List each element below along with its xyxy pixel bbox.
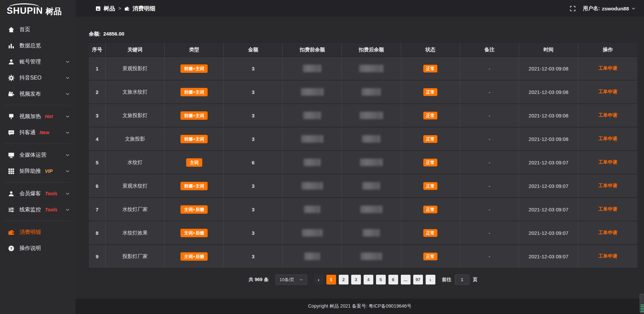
page-button[interactable]: 3 (351, 275, 361, 284)
page-ellipsis-button[interactable]: ... (401, 275, 411, 284)
ticket-request-link[interactable]: 工单申请 (598, 112, 617, 118)
fullscreen-icon[interactable] (570, 6, 576, 11)
user-menu[interactable]: 用户名: zswodun88 (583, 5, 635, 12)
cell-redacted-balance (283, 221, 342, 244)
sidebar-item-label: 操作说明 (19, 245, 41, 252)
column-header: 金额 (224, 43, 283, 56)
column-header: 序号 (89, 43, 106, 56)
sidebar-item[interactable]: ?操作说明 (0, 240, 75, 256)
chevron-down-icon (632, 7, 635, 10)
goto-label: 前往 (442, 277, 451, 283)
cell-redacted-balance (342, 151, 401, 174)
cell-status: 正常 (401, 245, 460, 268)
cell-type: 主词 (165, 151, 224, 174)
sidebar-item[interactable]: 账号管理 (0, 54, 75, 70)
table-row: 2文旅水纹灯前缀+主词3正常-2021-12-03 09:08工单申请 (89, 81, 637, 104)
sidebar-item[interactable]: 首页 (0, 21, 75, 38)
ticket-request-link[interactable]: 工单申请 (598, 159, 617, 165)
redacted-value (304, 206, 320, 213)
cell-status: 正常 (401, 174, 460, 197)
cell-action: 工单申请 (578, 198, 637, 221)
ticket-request-link[interactable]: 工单申请 (598, 136, 617, 142)
breadcrumb-current[interactable]: 消费明细 (124, 5, 155, 12)
floating-widget[interactable] (640, 294, 644, 313)
cell-status: 正常 (401, 127, 460, 150)
ticket-request-link[interactable]: 工单申请 (598, 89, 617, 95)
cell-keyword: 投影灯厂家 (106, 245, 165, 268)
page-size-value: 10条/页 (280, 277, 294, 283)
sidebar-item-label: 线索监控 (19, 206, 41, 213)
ticket-request-link[interactable]: 工单申请 (598, 183, 617, 189)
chevron-down-icon (66, 193, 69, 195)
cell-amount: 3 (224, 57, 283, 80)
sidebar-item[interactable]: 视频发布 (0, 86, 75, 102)
cell-index: 6 (89, 174, 106, 197)
cell-keyword: 文旅投影 (106, 127, 165, 150)
cell-note: - (460, 245, 519, 268)
sidebar-item[interactable]: 视频加热Hot (0, 108, 75, 124)
sidebar-item-label: 视频加热 (19, 113, 41, 120)
page-button[interactable]: 6 (388, 275, 398, 284)
page-size-select[interactable]: 10条/页 (275, 274, 307, 285)
page-button[interactable]: 2 (339, 275, 348, 284)
cell-redacted-balance (283, 81, 342, 103)
cell-time: 2021-12-03 09:07 (519, 221, 578, 244)
cell-type: 前缀+主词 (165, 174, 224, 197)
ticket-request-link[interactable]: 工单申请 (598, 206, 617, 212)
type-badge: 前缀+主词 (180, 111, 208, 120)
redacted-value (359, 65, 383, 72)
cell-note: - (460, 127, 519, 150)
table-row: 3文旅投影灯前缀+主词3正常-2021-12-03 09:08工单申请 (89, 104, 637, 127)
page-button[interactable]: 97 (413, 275, 423, 284)
cell-status: 正常 (401, 57, 460, 80)
sidebar-item[interactable]: 全媒体运营 (0, 147, 75, 163)
ticket-request-link[interactable]: 工单申请 (598, 65, 617, 71)
ticket-request-link[interactable]: 工单申请 (598, 253, 617, 259)
picture-icon (96, 6, 101, 11)
sidebar-item-label: 首页 (19, 26, 30, 33)
cell-index: 3 (89, 104, 106, 127)
sidebar-item[interactable]: 抖客通New (0, 124, 75, 141)
table-row: 1景观投影灯前缀+主词3正常-2021-12-03 09:08工单申请 (89, 57, 637, 81)
cell-action: 工单申请 (578, 81, 637, 103)
cell-index: 5 (89, 151, 106, 174)
column-header: 扣费后余额 (342, 43, 401, 56)
page-button[interactable]: 1 (326, 275, 336, 284)
redacted-value (304, 159, 321, 166)
sidebar-item-badge: New (40, 130, 49, 135)
cell-index: 1 (89, 57, 106, 80)
sidebar-item[interactable]: 矩阵助推VIP (0, 163, 75, 179)
sidebar-item[interactable]: 数据总览 (0, 38, 75, 54)
sidebar-item[interactable]: 线索监控Tools (0, 202, 75, 218)
chevron-down-icon (66, 61, 69, 63)
table-row: 9投影灯厂家主词+后缀3正常-2021-12-03 09:07工单申请 (89, 245, 637, 268)
status-badge: 正常 (423, 206, 437, 213)
status-badge: 正常 (423, 112, 437, 119)
breadcrumb-home[interactable]: 树品 (96, 5, 115, 12)
sidebar-item[interactable]: 抖音SEO (0, 70, 75, 86)
sidebar-item-label: 消费明细 (19, 229, 41, 236)
status-badge: 正常 (423, 253, 437, 260)
chevron-down-icon (66, 154, 69, 156)
sidebar-item-label: 数据总览 (19, 42, 41, 49)
cell-amount: 3 (224, 221, 283, 244)
goto-page-input[interactable] (455, 274, 470, 285)
type-badge: 主词+后缀 (180, 205, 208, 214)
username-label: 用户名: (583, 5, 600, 12)
sidebar-item[interactable]: 消费明细 (0, 224, 75, 240)
next-page-button[interactable]: › (426, 275, 435, 284)
prev-page-button[interactable]: ‹ (314, 275, 324, 284)
cell-action: 工单申请 (578, 104, 637, 127)
sidebar-item[interactable]: 会员爆客Tools (0, 186, 75, 202)
sidebar-item-label: 抖客通 (19, 129, 36, 136)
cell-keyword: 景观投影灯 (106, 57, 165, 80)
copyright-text: Copyright 树品 2021 备案号: 粤ICP备09019646号 (308, 303, 411, 309)
breadcrumb-current-label: 消费明细 (132, 5, 155, 12)
cell-index: 4 (89, 127, 106, 150)
gear-icon (8, 75, 14, 81)
cell-action: 工单申请 (578, 221, 637, 244)
page-button[interactable]: 4 (364, 275, 373, 284)
cell-keyword: 文旅投影灯 (106, 104, 165, 127)
page-button[interactable]: 5 (376, 275, 386, 284)
ticket-request-link[interactable]: 工单申请 (598, 230, 617, 236)
